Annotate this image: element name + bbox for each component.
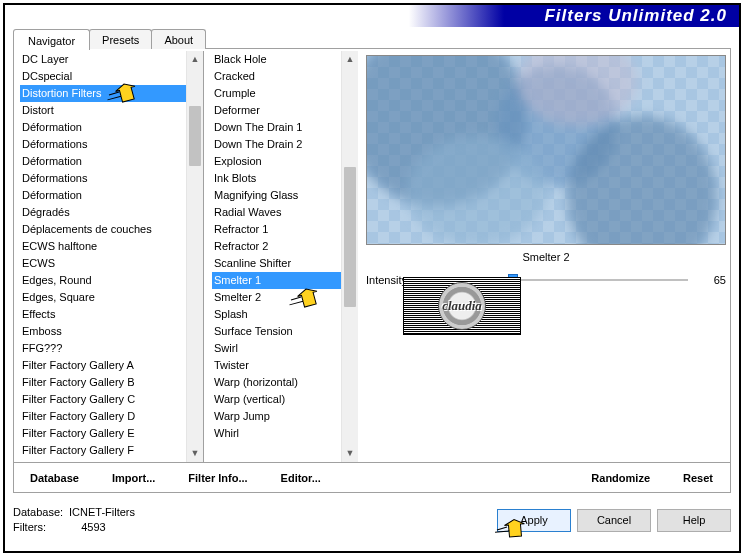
- filter-row[interactable]: Down The Drain 2: [212, 136, 341, 153]
- category-row[interactable]: Effects: [20, 306, 186, 323]
- filter-count-label: Filters:: [13, 520, 69, 535]
- current-filter-title: Smelter 2: [366, 249, 726, 265]
- filter-row[interactable]: Whirl: [212, 425, 341, 442]
- scroll-up-icon[interactable]: ▲: [187, 51, 203, 68]
- scroll-up-icon[interactable]: ▲: [342, 51, 358, 68]
- category-row[interactable]: Filter Factory Gallery B: [20, 374, 186, 391]
- category-row[interactable]: ECWS halftone: [20, 238, 186, 255]
- database-button[interactable]: Database: [14, 472, 96, 484]
- filter-row[interactable]: Smelter 1: [212, 272, 341, 289]
- scroll-thumb[interactable]: [344, 167, 356, 307]
- cancel-button[interactable]: Cancel: [577, 509, 651, 532]
- tab-presets[interactable]: Presets: [89, 29, 152, 49]
- param-value: 65: [696, 274, 726, 286]
- category-row[interactable]: Déformations: [20, 170, 186, 187]
- scroll-down-icon[interactable]: ▼: [187, 445, 203, 462]
- filter-row[interactable]: Cracked: [212, 68, 341, 85]
- filter-row[interactable]: Refractor 2: [212, 238, 341, 255]
- category-row[interactable]: ECWS: [20, 255, 186, 272]
- tab-navigator[interactable]: Navigator: [13, 29, 90, 50]
- filter-row[interactable]: Explosion: [212, 153, 341, 170]
- category-row[interactable]: Distortion Filters: [20, 85, 186, 102]
- preview-pane: Smelter 2 Intensity65: [362, 51, 730, 462]
- watermark-stamp: claudia: [403, 277, 521, 335]
- category-row[interactable]: Filter Factory Gallery F: [20, 442, 186, 459]
- import-button[interactable]: Import...: [96, 472, 172, 484]
- category-row[interactable]: Déformations: [20, 136, 186, 153]
- scroll-thumb[interactable]: [189, 106, 201, 166]
- randomize-button[interactable]: Randomize: [575, 472, 667, 484]
- category-row[interactable]: Filter Factory Gallery A: [20, 357, 186, 374]
- filter-row[interactable]: Warp (vertical): [212, 391, 341, 408]
- editor-button[interactable]: Editor...: [265, 472, 338, 484]
- category-row[interactable]: FFG???: [20, 340, 186, 357]
- filter-row[interactable]: Black Hole: [212, 51, 341, 68]
- apply-button[interactable]: Apply: [497, 509, 571, 532]
- preview-image: [366, 55, 726, 245]
- category-scrollbar[interactable]: ▲ ▼: [186, 51, 203, 462]
- category-row[interactable]: Distort: [20, 102, 186, 119]
- category-row[interactable]: Edges, Square: [20, 289, 186, 306]
- filter-row[interactable]: Down The Drain 1: [212, 119, 341, 136]
- tab-about[interactable]: About: [151, 29, 206, 49]
- help-button[interactable]: Help: [657, 509, 731, 532]
- category-row[interactable]: Edges, Round: [20, 272, 186, 289]
- filter-row[interactable]: Ink Blots: [212, 170, 341, 187]
- filter-row[interactable]: Crumple: [212, 85, 341, 102]
- filter-info-button[interactable]: Filter Info...: [172, 472, 264, 484]
- category-row[interactable]: Emboss: [20, 323, 186, 340]
- scroll-down-icon[interactable]: ▼: [342, 445, 358, 462]
- filter-row[interactable]: Magnifying Glass: [212, 187, 341, 204]
- filter-row[interactable]: Swirl: [212, 340, 341, 357]
- filter-row[interactable]: Smelter 2: [212, 289, 341, 306]
- category-row[interactable]: Filter Factory Gallery D: [20, 408, 186, 425]
- filter-row[interactable]: Radial Waves: [212, 204, 341, 221]
- category-row[interactable]: Déformation: [20, 187, 186, 204]
- footer-info: Database:ICNET-Filters Filters: 4593: [13, 505, 491, 535]
- category-list[interactable]: DC LayerDCspecialDistortion FiltersDisto…: [14, 51, 203, 462]
- reset-button[interactable]: Reset: [667, 472, 730, 484]
- filter-row[interactable]: Deformer: [212, 102, 341, 119]
- panel-button-row: DatabaseImport...Filter Info...Editor...…: [14, 462, 730, 492]
- filter-row[interactable]: Refractor 1: [212, 221, 341, 238]
- filter-row[interactable]: Warp Jump: [212, 408, 341, 425]
- tab-row: NavigatorPresetsAbout: [13, 27, 731, 49]
- navigator-panel: DC LayerDCspecialDistortion FiltersDisto…: [13, 48, 731, 493]
- watermark-text: claudia: [442, 298, 482, 314]
- footer: Database:ICNET-Filters Filters: 4593 App…: [13, 497, 731, 543]
- title-banner: Filters Unlimited 2.0: [5, 5, 739, 27]
- filter-row[interactable]: Surface Tension: [212, 323, 341, 340]
- category-row[interactable]: Filter Factory Gallery E: [20, 425, 186, 442]
- filter-list[interactable]: Black HoleCrackedCrumpleDeformerDown The…: [206, 51, 358, 462]
- filter-pane: Black HoleCrackedCrumpleDeformerDown The…: [206, 51, 358, 462]
- filter-row[interactable]: Twister: [212, 357, 341, 374]
- filter-row[interactable]: Warp (horizontal): [212, 374, 341, 391]
- category-pane: DC LayerDCspecialDistortion FiltersDisto…: [14, 51, 204, 462]
- filter-row[interactable]: Scanline Shifter: [212, 255, 341, 272]
- filter-scrollbar[interactable]: ▲ ▼: [341, 51, 358, 462]
- filter-row[interactable]: Splash: [212, 306, 341, 323]
- category-row[interactable]: Déformation: [20, 153, 186, 170]
- category-row[interactable]: Déformation: [20, 119, 186, 136]
- category-row[interactable]: DCspecial: [20, 68, 186, 85]
- database-value: ICNET-Filters: [69, 506, 135, 518]
- window-frame: Filters Unlimited 2.0 NavigatorPresetsAb…: [3, 3, 741, 553]
- database-label: Database:: [13, 505, 69, 520]
- category-row[interactable]: Dégradés: [20, 204, 186, 221]
- list-container: DC LayerDCspecialDistortion FiltersDisto…: [14, 49, 730, 462]
- category-row[interactable]: Déplacements de couches: [20, 221, 186, 238]
- category-row[interactable]: DC Layer: [20, 51, 186, 68]
- category-row[interactable]: Filter Factory Gallery G: [20, 459, 186, 462]
- filter-count-value: 4593: [81, 521, 105, 533]
- category-row[interactable]: Filter Factory Gallery C: [20, 391, 186, 408]
